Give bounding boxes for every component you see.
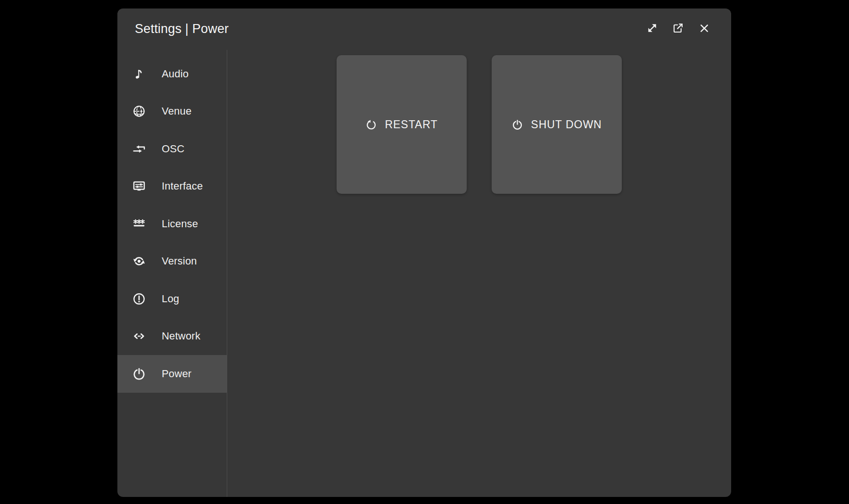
sidebar-item-label: Venue — [162, 105, 191, 117]
power-icon — [132, 366, 147, 381]
sidebar-item-power[interactable]: Power — [117, 355, 227, 393]
sidebar-item-venue[interactable]: Venue — [117, 93, 227, 131]
sidebar-item-label: Interface — [162, 180, 203, 192]
music-note-icon — [132, 66, 147, 82]
sidebar-item-label: Network — [162, 330, 200, 342]
shut-down-button-label: SHUT DOWN — [531, 118, 602, 131]
sidebar-item-license[interactable]: License — [117, 205, 227, 243]
osc-arrows-icon — [132, 141, 147, 157]
monitor-sliders-icon — [132, 179, 147, 194]
network-icon — [132, 329, 147, 344]
shut-down-button[interactable]: SHUT DOWN — [492, 55, 622, 194]
sidebar: Audio Venue OS — [117, 55, 227, 393]
page-title: Settings | Power — [135, 21, 229, 37]
sidebar-item-interface[interactable]: Interface — [117, 168, 227, 206]
sidebar-item-network[interactable]: Network — [117, 318, 227, 355]
power-icon — [511, 119, 523, 131]
restart-icon — [365, 119, 377, 131]
sidebar-item-audio[interactable]: Audio — [117, 55, 227, 93]
globe-icon — [132, 104, 147, 119]
sidebar-item-label: Power — [162, 368, 191, 380]
sidebar-item-version[interactable]: Version — [117, 243, 227, 281]
sidebar-item-label: Version — [162, 255, 197, 267]
restart-button[interactable]: RESTART — [337, 55, 467, 194]
license-key-icon — [132, 216, 147, 231]
sidebar-item-osc[interactable]: OSC — [117, 130, 227, 168]
sync-icon — [132, 254, 147, 269]
alert-circle-icon — [132, 291, 147, 306]
sidebar-item-log[interactable]: Log — [117, 280, 227, 318]
sidebar-item-label: OSC — [162, 143, 184, 155]
sidebar-item-label: Log — [162, 293, 179, 305]
sidebar-item-label: Audio — [162, 68, 189, 80]
power-panel: RESTART SHUT DOWN — [227, 8, 731, 497]
restart-button-label: RESTART — [385, 118, 437, 131]
settings-dialog: Settings | Power — [117, 8, 731, 497]
sidebar-item-label: License — [162, 218, 198, 230]
